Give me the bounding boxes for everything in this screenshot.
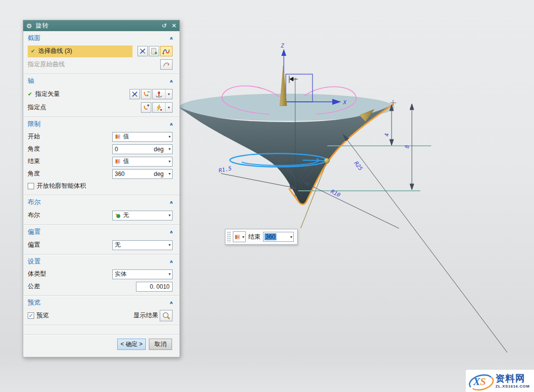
end-angle-unit: deg xyxy=(154,171,164,177)
check-icon: ✔ xyxy=(31,48,35,54)
dim-label-4: 4 xyxy=(384,133,390,136)
point-constructor-icon xyxy=(142,104,150,111)
start-label: 开始 xyxy=(28,132,40,141)
preview-header: 预览 xyxy=(28,298,41,307)
collapse-icon[interactable]: ∧ xyxy=(169,259,174,264)
boolean-combo[interactable]: 无 ▾ xyxy=(112,211,173,220)
axis-label-z: Z xyxy=(280,43,284,49)
mini-dim-marker xyxy=(289,76,298,83)
collapse-icon[interactable]: ∧ xyxy=(169,36,174,41)
open-profile-checkbox[interactable] xyxy=(28,183,34,189)
tolerance-label: 公差 xyxy=(28,282,40,291)
collapse-icon[interactable]: ∧ xyxy=(169,200,174,205)
watermark-name: 资料网 xyxy=(495,374,530,383)
collapse-icon[interactable]: ∧ xyxy=(169,300,174,305)
check-icon: ✔ xyxy=(28,91,32,97)
close-button[interactable]: ✕ xyxy=(172,22,177,29)
collapse-icon[interactable]: ∧ xyxy=(169,229,174,234)
dialog-titlebar[interactable]: ⚙ 旋转 ↺ ✕ xyxy=(23,20,179,31)
section-group-boolean: 布尔 ∧ 布尔 无 ▾ xyxy=(23,195,179,225)
watermark-logo-x: X xyxy=(473,376,481,388)
point-type-combo[interactable]: ▾ xyxy=(152,102,173,113)
reset-button[interactable]: ↺ xyxy=(162,22,167,29)
dropdown-arrow-icon: ▾ xyxy=(169,159,171,164)
offset-value: 无 xyxy=(115,241,121,249)
ok-button[interactable]: < 确定 > xyxy=(117,339,146,350)
gear-icon: ⚙ xyxy=(26,22,32,30)
start-option-combo[interactable]: 值 ▾ xyxy=(112,132,173,142)
end-angle-mini-value: 360 xyxy=(265,233,276,240)
dialog-resize-strip[interactable] xyxy=(23,353,179,357)
watermark-logo-s: S xyxy=(480,376,486,388)
section-group-limits: 限制 ∧ 开始 值 ▾ 角度 xyxy=(23,117,179,195)
curve-selection-button[interactable] xyxy=(160,46,173,56)
section-group-axis: 轴 ∧ ✔ 指定矢量 xyxy=(23,74,179,117)
vector-deselect-button[interactable] xyxy=(130,89,140,99)
section-group-section: 截面 ∧ ✔ 选择曲线 (3) xyxy=(23,31,179,74)
dialog-title: 旋转 xyxy=(36,22,49,30)
offset-label: 偏置 xyxy=(28,241,40,249)
svg-text:XS: XS xyxy=(473,376,486,388)
specify-point-label: 指定点 xyxy=(28,103,46,112)
specify-vector-label: 指定矢量 xyxy=(35,90,60,98)
end-option-mini-combo[interactable]: ▾ xyxy=(233,231,246,242)
onscreen-input-toolbar: ▾ 结束 360 ▾ xyxy=(225,229,298,245)
end-mini-label: 结束 xyxy=(248,233,261,241)
value-icon xyxy=(115,133,121,140)
offset-combo[interactable]: 无 ▾ xyxy=(112,240,173,250)
point-dialog-button[interactable] xyxy=(141,102,151,113)
offset-header: 偏置 xyxy=(28,227,41,236)
collapse-icon[interactable]: ∧ xyxy=(169,122,174,127)
origin-curve-button[interactable] xyxy=(160,59,173,70)
cancel-button[interactable]: 取消 xyxy=(149,339,172,350)
end-option-combo[interactable]: 值 ▾ xyxy=(112,157,173,167)
dropdown-arrow-icon: ▾ xyxy=(242,235,244,239)
end-label: 结束 xyxy=(28,157,40,166)
section-group-settings: 设置 ∧ 体类型 实体 ▾ 公差 0. 0010 xyxy=(23,255,179,296)
limits-header: 限制 xyxy=(28,120,41,129)
dialog-footer: < 确定 > 取消 xyxy=(23,334,179,353)
dropdown-arrow-icon: ▾ xyxy=(169,147,171,151)
drag-handle[interactable] xyxy=(227,231,230,242)
checkbox-check-icon: ✓ xyxy=(29,313,33,318)
dim-label-r10: R10 xyxy=(330,188,342,199)
body-type-value: 实体 xyxy=(115,270,127,278)
dim-label-r25: R25 xyxy=(353,160,364,172)
origin-curve-icon xyxy=(162,61,171,68)
value-icon xyxy=(234,234,241,240)
preview-checkbox[interactable]: ✓ xyxy=(28,312,34,319)
dropdown-arrow-icon: ▾ xyxy=(165,103,172,112)
end-angle-mini-input[interactable]: 360 ▾ xyxy=(263,232,294,242)
dim-label-8: 8 xyxy=(404,145,410,148)
start-angle-field[interactable]: 0 deg ▾ xyxy=(112,144,173,154)
tolerance-input[interactable]: 0. 0010 xyxy=(136,282,173,292)
section-group-preview: 预览 ∧ ✓ 预览 显示结果 xyxy=(23,296,179,325)
origin-curve-label: 指定原始曲线 xyxy=(28,60,65,69)
open-profile-label: 开放轮廓智能体积 xyxy=(37,182,86,190)
collapse-icon[interactable]: ∧ xyxy=(169,79,174,84)
select-curves-field[interactable]: ✔ 选择曲线 (3) xyxy=(28,45,133,57)
vector-constructor-icon xyxy=(142,90,150,98)
dropdown-arrow-icon: ▾ xyxy=(169,134,171,139)
watermark-logo: XS xyxy=(467,371,494,392)
curve-icon xyxy=(162,47,171,55)
start-angle-label: 角度 xyxy=(28,145,40,153)
dim-label-r1-5: R1.5 xyxy=(218,165,232,174)
start-option-value: 值 xyxy=(123,132,129,141)
settings-header: 设置 xyxy=(28,257,41,266)
magnifier-icon xyxy=(162,311,171,320)
drag-handle-sphere[interactable] xyxy=(324,158,330,164)
end-angle-field[interactable]: 360 deg ▾ xyxy=(112,169,173,179)
body-type-combo[interactable]: 实体 ▾ xyxy=(112,269,173,279)
boolean-value: 无 xyxy=(123,211,129,219)
vector-type-combo[interactable]: ▾ xyxy=(152,89,173,99)
start-angle-unit: deg xyxy=(154,146,164,153)
deselect-button[interactable] xyxy=(137,46,148,56)
rotation-axis-icon xyxy=(155,90,163,98)
body-type-label: 体类型 xyxy=(28,270,46,278)
dropdown-arrow-icon: ▾ xyxy=(169,243,171,247)
dropdown-arrow-icon: ▾ xyxy=(169,272,171,276)
show-result-button[interactable] xyxy=(160,310,173,321)
vector-dialog-button[interactable] xyxy=(141,89,151,99)
curve-rule-button[interactable] xyxy=(149,46,159,56)
